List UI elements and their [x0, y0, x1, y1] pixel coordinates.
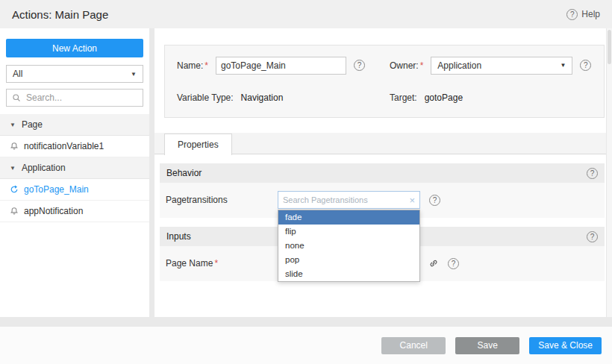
required-mark: * [214, 258, 218, 269]
behavior-section-body: Pagetransitions × fade flip none pop sli… [160, 183, 605, 218]
help-icon: ? [566, 9, 578, 20]
name-label: Name: [177, 60, 203, 71]
behavior-section: Behavior ? Pagetransitions × fade flip n… [160, 163, 605, 218]
tree-item-label: goToPage_Main [24, 184, 89, 195]
dropdown-option-fade[interactable]: fade [278, 210, 419, 225]
name-input[interactable] [216, 57, 346, 75]
pagetransitions-help-icon[interactable]: ? [429, 195, 440, 206]
clear-icon[interactable]: × [409, 195, 419, 206]
collapse-icon: ▼ [10, 122, 16, 128]
save-button[interactable]: Save [455, 337, 519, 354]
dropdown-option-none[interactable]: none [278, 239, 419, 253]
action-tree: ▼ Page notificationVariable1 ▼ Applicati… [0, 114, 149, 222]
filter-dropdown[interactable]: All ▼ [6, 65, 143, 83]
dropdown-option-slide[interactable]: slide [278, 267, 419, 281]
header: Actions: Main Page ? Help [0, 0, 612, 28]
notification-bell-icon [10, 207, 19, 216]
required-mark: * [420, 60, 424, 71]
tab-bar: Properties [154, 133, 612, 154]
action-form: Name:* ? Owner:* Application ▼ ? Variabl… [164, 45, 605, 118]
behavior-section-header: Behavior ? [160, 163, 605, 183]
required-mark: * [204, 60, 208, 71]
owner-help-icon[interactable]: ? [580, 60, 591, 71]
cancel-button[interactable]: Cancel [381, 337, 446, 354]
name-help-icon[interactable]: ? [354, 60, 365, 71]
target-value: gotoPage [425, 92, 463, 103]
pagetransitions-combobox: × fade flip none pop slide [278, 191, 420, 209]
tree-item-label: appNotification [24, 206, 83, 216]
new-action-button[interactable]: New Action [6, 39, 143, 57]
filter-value: All [13, 69, 22, 79]
page-name-label: Page Name* [166, 258, 278, 269]
scrollbar-thumb[interactable] [608, 30, 611, 64]
tree-item-goToPage_Main[interactable]: goToPage_Main [0, 179, 149, 201]
tree-item-appNotification[interactable]: appNotification [0, 201, 149, 222]
sidebar: New Action All ▼ ▼ Page notificationVari [0, 28, 149, 317]
main-panel: Name:* ? Owner:* Application ▼ ? Variabl… [154, 28, 612, 317]
tree-item-notificationVariable1[interactable]: notificationVariable1 [0, 136, 149, 157]
page-name-help-icon[interactable]: ? [448, 258, 459, 269]
form-row-top: Name:* ? Owner:* Application ▼ ? [165, 49, 604, 81]
dropdown-option-pop[interactable]: pop [278, 253, 419, 267]
pagetransitions-dropdown: fade flip none pop slide [278, 210, 420, 282]
collapse-icon: ▼ [10, 165, 16, 172]
inputs-help-icon[interactable]: ? [587, 231, 598, 242]
link-binding-icon[interactable] [428, 258, 439, 269]
chevron-down-icon: ▼ [131, 71, 137, 78]
page-title: Actions: Main Page [12, 8, 108, 21]
tree-group-label: Application [22, 163, 66, 173]
behavior-title: Behavior [166, 168, 202, 178]
search-icon [12, 93, 21, 102]
help-label: Help [581, 9, 600, 19]
vertical-scrollbar[interactable] [606, 28, 612, 317]
tree-group-page[interactable]: ▼ Page [0, 114, 149, 136]
footer: Cancel Save Save & Close [0, 327, 612, 364]
search-box[interactable] [6, 89, 143, 107]
pagetransitions-search[interactable]: × [278, 191, 420, 209]
owner-select[interactable]: Application ▼ [431, 57, 572, 75]
variable-type-label: Variable Type: [177, 92, 234, 103]
search-input[interactable] [25, 92, 137, 104]
inputs-title: Inputs [166, 231, 191, 242]
pagetransitions-label: Pagetransitions [166, 195, 278, 205]
form-row-bottom: Variable Type: Navigation Target: gotoPa… [165, 81, 604, 113]
pagetransitions-search-input[interactable] [278, 195, 409, 204]
save-close-button[interactable]: Save & Close [529, 337, 602, 354]
chevron-down-icon: ▼ [560, 62, 566, 69]
dropdown-option-flip[interactable]: flip [278, 225, 419, 239]
tree-group-label: Page [22, 119, 43, 130]
tab-properties[interactable]: Properties [164, 134, 232, 155]
target-label: Target: [390, 92, 417, 103]
goto-action-icon [10, 185, 19, 194]
tree-item-label: notificationVariable1 [24, 141, 104, 151]
help-button[interactable]: ? Help [566, 9, 600, 20]
behavior-help-icon[interactable]: ? [587, 168, 598, 179]
tree-group-application[interactable]: ▼ Application [0, 157, 149, 179]
notification-bell-icon [10, 142, 19, 151]
owner-value: Application [437, 60, 481, 71]
variable-type-value: Navigation [241, 92, 284, 103]
owner-label: Owner: [390, 60, 419, 71]
